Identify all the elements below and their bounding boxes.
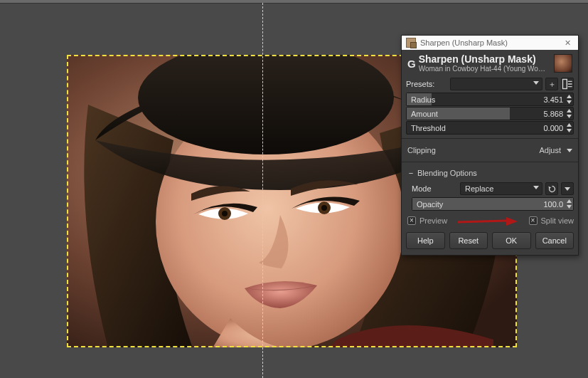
separator [402, 138, 578, 139]
ok-button[interactable]: OK [492, 232, 531, 249]
svg-point-6 [321, 205, 327, 211]
dialog-header: G Sharpen (Unsharp Mask) Woman in Cowboy… [402, 50, 578, 75]
radius-slider[interactable]: Radius 3.451 [406, 93, 574, 106]
dialog-subtitle: Woman in Cowboy Hat-44 (Young Woman in … [419, 65, 547, 73]
dialog-titlebar-text: Sharpen (Unsharp Mask) [420, 38, 562, 47]
blending-options-label: Blending Options [417, 169, 477, 177]
dialog-titlebar[interactable]: Sharpen (Unsharp Mask) ✕ [402, 36, 578, 50]
chevron-down-icon [533, 186, 539, 189]
cancel-button[interactable]: Cancel [535, 232, 574, 249]
presets-row: Presets: ＋ [406, 77, 574, 91]
ok-button-label: OK [506, 236, 517, 245]
blending-options-body: Mode Replace Opacity 100.0 [402, 182, 578, 214]
clipping-value: Adjust [539, 146, 561, 154]
ruler-horizontal[interactable] [0, 0, 588, 4]
mode-row: Mode Replace [412, 182, 574, 196]
presets-label: Presets: [406, 80, 450, 88]
split-view-checkbox[interactable] [529, 216, 538, 225]
presets-dropdown[interactable] [450, 78, 542, 90]
reset-button[interactable]: Reset [449, 232, 488, 249]
svg-line-8 [458, 221, 506, 222]
mode-value: Replace [465, 184, 493, 193]
radius-label: Radius [411, 95, 435, 104]
mode-menu-button[interactable] [561, 182, 574, 195]
opacity-value[interactable]: 100.0 [543, 200, 563, 209]
opacity-spinner[interactable] [566, 199, 572, 209]
plus-icon: ＋ [548, 79, 556, 90]
svg-point-4 [222, 211, 228, 216]
sharpen-dialog[interactable]: Sharpen (Unsharp Mask) ✕ G Sharpen (Unsh… [401, 35, 579, 256]
chevron-down-icon [565, 187, 570, 191]
preview-splitview-row: Preview Split view [402, 214, 578, 228]
preview-checkbox[interactable] [407, 216, 416, 225]
preview-label: Preview [419, 216, 447, 225]
radius-spinner[interactable] [566, 94, 572, 105]
preset-add-button[interactable]: ＋ [545, 78, 558, 90]
help-button[interactable]: Help [406, 232, 445, 249]
separator [402, 162, 578, 162]
amount-label: Amount [411, 110, 438, 118]
threshold-spinner[interactable] [566, 122, 572, 133]
svg-rect-7 [562, 79, 567, 88]
annotation-arrow [456, 216, 518, 225]
dialog-app-icon [406, 38, 416, 48]
opacity-label: Opacity [417, 200, 443, 209]
threshold-value[interactable]: 0.000 [543, 124, 563, 132]
threshold-label: Threshold [411, 124, 446, 132]
threshold-slider[interactable]: Threshold 0.000 [406, 121, 574, 135]
mode-dropdown[interactable]: Replace [460, 182, 542, 195]
help-button-label: Help [417, 236, 434, 245]
reset-button-label: Reset [458, 236, 479, 245]
amount-value[interactable]: 5.868 [543, 110, 563, 118]
dialog-title: Sharpen (Unsharp Mask) [419, 54, 547, 64]
chevron-down-icon [533, 81, 539, 85]
close-icon[interactable]: ✕ [562, 38, 574, 48]
amount-spinner[interactable] [566, 108, 572, 119]
collapse-icon: − [407, 169, 415, 177]
cancel-button-label: Cancel [542, 236, 567, 245]
layer-thumbnail [554, 54, 572, 73]
clipping-label: Clipping [407, 146, 539, 154]
radius-value[interactable]: 3.451 [543, 95, 563, 104]
blending-options-header[interactable]: − Blending Options [402, 166, 578, 180]
opacity-slider[interactable]: Opacity 100.0 [412, 197, 574, 211]
preset-manage-button[interactable] [561, 78, 574, 90]
reset-icon [548, 185, 556, 193]
mode-label: Mode [412, 184, 449, 193]
chevron-down-icon [567, 149, 572, 152]
clipping-row[interactable]: Clipping Adjust [402, 142, 578, 158]
gimp-g-icon: G [407, 58, 416, 70]
amount-slider[interactable]: Amount 5.868 [406, 107, 574, 120]
manage-icon [562, 78, 573, 90]
mode-reset-button[interactable] [545, 182, 558, 195]
split-view-label: Split view [541, 216, 574, 225]
dialog-button-bar: Help Reset OK Cancel [402, 228, 578, 255]
